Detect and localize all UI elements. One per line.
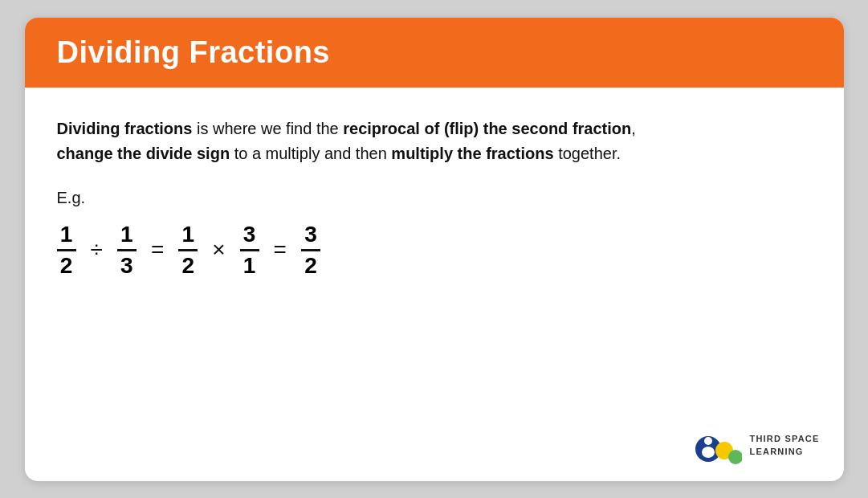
equals-2: =	[274, 237, 287, 263]
desc-normal-2: ,	[631, 120, 636, 137]
svg-point-1	[704, 437, 712, 445]
frac2-numerator: 1	[117, 223, 137, 251]
fraction-2: 1 3	[117, 223, 137, 277]
frac2-denominator: 3	[117, 251, 137, 277]
operator-divide: ÷	[91, 239, 103, 261]
desc-bold-1: Dividing fractions	[57, 120, 193, 137]
svg-point-2	[702, 447, 715, 458]
logo-line2: LEARNING	[750, 446, 820, 458]
operator-multiply: ×	[212, 239, 225, 261]
frac4-numerator: 3	[240, 223, 259, 251]
logo-line1: THIRD SPACE	[750, 433, 820, 445]
eg-label: E.g.	[57, 189, 812, 207]
frac3-denominator: 2	[178, 251, 198, 277]
page-title: Dividing Fractions	[57, 35, 812, 70]
fraction-1: 1 2	[57, 223, 76, 277]
logo-text: THIRD SPACE LEARNING	[750, 433, 820, 458]
desc-normal-4: together.	[554, 145, 621, 162]
card-body: Dividing fractions is where we find the …	[25, 88, 844, 481]
fraction-3: 1 2	[178, 223, 198, 277]
logo-area: THIRD SPACE LEARNING	[695, 427, 820, 465]
fraction-equation: 1 2 ÷ 1 3 = 1 2 × 3 1	[57, 223, 812, 277]
tsl-logo-icon	[695, 427, 742, 465]
fraction-5: 3 2	[301, 223, 320, 277]
fraction-4: 3 1	[240, 223, 259, 277]
frac5-denominator: 2	[301, 251, 320, 277]
desc-bold-3: change the divide sign	[57, 145, 230, 162]
main-card: Dividing Fractions Dividing fractions is…	[25, 18, 844, 481]
frac1-denominator: 2	[57, 251, 76, 277]
desc-normal-3: to a multiply and then	[230, 145, 391, 162]
frac1-numerator: 1	[57, 223, 76, 251]
frac5-numerator: 3	[301, 223, 320, 251]
description-text: Dividing fractions is where we find the …	[57, 116, 812, 166]
card-header: Dividing Fractions	[25, 18, 844, 88]
desc-normal-1: is where we find the	[192, 120, 343, 137]
desc-bold-4: multiply the fractions	[391, 145, 553, 162]
equals-1: =	[151, 237, 164, 263]
frac3-numerator: 1	[178, 223, 198, 251]
frac4-denominator: 1	[240, 251, 259, 277]
desc-bold-2: reciprocal of (flip) the second fraction	[343, 120, 631, 137]
